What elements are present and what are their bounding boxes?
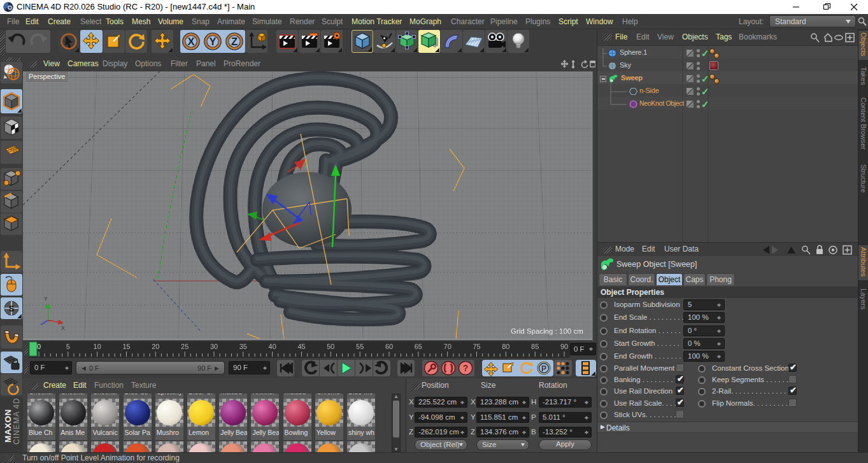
svg-text:X: X bbox=[187, 36, 194, 47]
svg-text:X: X bbox=[61, 325, 65, 331]
svg-text:P: P bbox=[541, 364, 546, 373]
svg-text:80: 80 bbox=[502, 343, 509, 350]
svg-text:Y: Y bbox=[209, 36, 216, 47]
svg-text:45: 45 bbox=[297, 343, 305, 350]
svg-text:?: ? bbox=[463, 363, 469, 373]
svg-text:20: 20 bbox=[152, 343, 159, 350]
svg-text:S: S bbox=[9, 304, 15, 313]
svg-text:85: 85 bbox=[531, 343, 539, 350]
svg-text:Grid Spacing : 100 cm: Grid Spacing : 100 cm bbox=[511, 327, 583, 335]
svg-text:65: 65 bbox=[415, 343, 422, 350]
svg-text:75: 75 bbox=[473, 343, 480, 350]
svg-text:25: 25 bbox=[181, 343, 189, 350]
svg-text:35: 35 bbox=[239, 343, 247, 350]
svg-text:60: 60 bbox=[385, 343, 393, 350]
svg-text:90: 90 bbox=[560, 343, 568, 350]
svg-text:Z: Z bbox=[231, 36, 238, 47]
svg-text:30: 30 bbox=[210, 343, 218, 350]
svg-text:15: 15 bbox=[122, 343, 130, 350]
svg-text:70: 70 bbox=[444, 343, 452, 350]
svg-text:0: 0 bbox=[37, 343, 41, 350]
svg-text:50: 50 bbox=[327, 343, 334, 350]
svg-text:Y: Y bbox=[44, 296, 48, 302]
svg-text:5: 5 bbox=[66, 343, 70, 350]
svg-text:10: 10 bbox=[94, 343, 101, 350]
svg-text:55: 55 bbox=[356, 343, 364, 350]
svg-text:40: 40 bbox=[269, 343, 276, 350]
